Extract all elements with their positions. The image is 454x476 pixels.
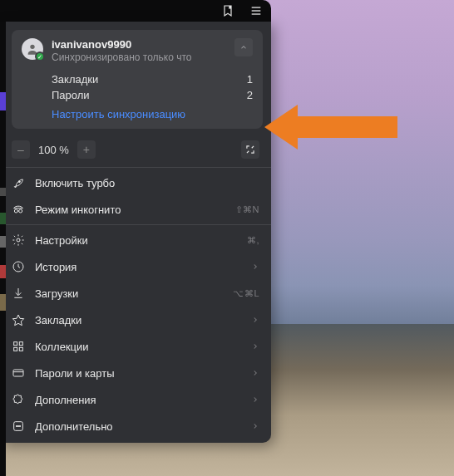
menu-label: Дополнительно [35, 420, 241, 433]
avatar [22, 38, 43, 60]
more-icon [12, 420, 25, 433]
chevron-right-icon [251, 394, 259, 406]
menu-turbo[interactable]: Включить турбо [0, 169, 271, 196]
svg-point-6 [19, 209, 22, 213]
menu-label: Включить турбо [35, 177, 259, 189]
menu-history[interactable]: История [0, 253, 271, 280]
puzzle-icon [12, 393, 25, 406]
menu-bookmarks[interactable]: Закладки [0, 307, 271, 333]
chevron-right-icon [251, 261, 259, 273]
chevron-right-icon [251, 367, 259, 380]
main-menu-panel: ivanivanov9990 Синхронизировано только ч… [0, 22, 271, 443]
menu-label: Пароли и карты [35, 367, 241, 380]
menu-label: Дополнения [35, 394, 241, 406]
menu-passwords[interactable]: Пароли и карты [0, 360, 271, 386]
svg-rect-12 [14, 347, 17, 351]
collections-icon [12, 340, 25, 353]
collapse-profile-button[interactable] [234, 38, 253, 56]
menu-label: История [35, 261, 241, 273]
sync-row-label: Закладки [52, 73, 98, 86]
bookmark-icon[interactable] [221, 4, 234, 17]
menu-settings[interactable]: Настройки ⌘, [0, 227, 271, 253]
zoom-in-button[interactable]: + [77, 140, 96, 159]
sync-ok-badge [35, 52, 45, 61]
zoom-out-button[interactable]: – [12, 140, 30, 159]
svg-point-17 [17, 425, 18, 426]
sync-row-count: 2 [247, 89, 253, 101]
fullscreen-button[interactable] [241, 140, 259, 159]
menu-shortcut: ⌥⌘L [233, 288, 259, 299]
clock-icon [12, 260, 25, 273]
window-left-edge [0, 22, 6, 476]
profile-username: ivanivanov9990 [52, 38, 253, 51]
sync-row-count: 1 [247, 73, 253, 86]
top-toolbar [0, 0, 271, 22]
menu-label: Настройки [35, 234, 237, 247]
menu-shortcut: ⇧⌘N [235, 204, 259, 215]
menu-collections[interactable]: Коллекции [0, 333, 271, 360]
menu-addons[interactable]: Дополнения [0, 386, 271, 413]
svg-point-4 [18, 181, 20, 183]
svg-rect-10 [14, 342, 17, 346]
svg-point-5 [14, 209, 17, 213]
rocket-icon [12, 176, 25, 189]
menu-downloads[interactable]: Загрузки ⌥⌘L [0, 280, 271, 307]
sync-row-label: Пароли [52, 89, 90, 101]
svg-rect-13 [19, 347, 22, 351]
menu-icon[interactable] [249, 4, 263, 17]
star-icon [12, 313, 25, 326]
svg-marker-19 [264, 105, 397, 150]
menu-shortcut: ⌘, [247, 235, 259, 246]
chevron-right-icon [251, 420, 259, 433]
incognito-icon [12, 203, 25, 216]
svg-marker-9 [12, 315, 23, 326]
card-icon [12, 366, 25, 380]
menu-incognito[interactable]: Режим инкогнито ⇧⌘N [0, 196, 271, 223]
profile-card[interactable]: ivanivanov9990 Синхронизировано только ч… [12, 30, 263, 129]
sync-row-bookmarks[interactable]: Закладки 1 [52, 71, 253, 87]
zoom-level: 100 % [30, 144, 77, 156]
download-icon [12, 287, 25, 300]
zoom-row: – 100 % + [0, 134, 271, 165]
sync-row-passwords[interactable]: Пароли 2 [52, 87, 253, 103]
svg-point-3 [30, 45, 34, 49]
svg-rect-14 [13, 370, 23, 376]
menu-label: Режим инкогнито [35, 204, 225, 216]
chevron-right-icon [251, 314, 259, 326]
gear-icon [12, 233, 25, 247]
svg-point-16 [16, 425, 17, 426]
configure-sync-link[interactable]: Настроить синхронизацию [22, 108, 253, 120]
svg-point-7 [17, 238, 20, 242]
menu-label: Коллекции [35, 341, 241, 353]
svg-point-18 [19, 425, 20, 426]
chevron-right-icon [251, 341, 259, 353]
menu-label: Закладки [35, 314, 241, 326]
menu-more[interactable]: Дополнительно [0, 413, 271, 439]
annotation-arrow [264, 98, 406, 156]
profile-sync-status: Синхронизировано только что [52, 52, 253, 63]
menu-label: Загрузки [35, 287, 223, 300]
svg-rect-11 [19, 342, 22, 346]
